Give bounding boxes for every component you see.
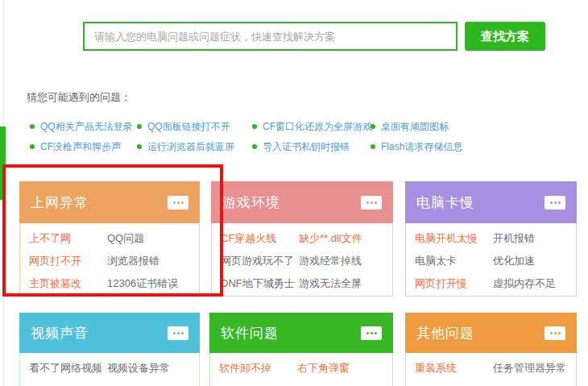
category-header[interactable]: 视频声音	[19, 313, 200, 353]
issue-link[interactable]: 软件卸不掉	[219, 361, 297, 376]
more-options-icon[interactable]	[361, 326, 382, 340]
issue-link[interactable]: QQ问题	[107, 231, 144, 246]
issue-link[interactable]: 电脑太卡	[415, 254, 493, 268]
issue-link[interactable]: 虚拟内存不足	[493, 276, 556, 291]
find-solution-button[interactable]: 查找方案	[465, 22, 545, 51]
more-options-icon[interactable]	[168, 196, 188, 210]
more-options-icon[interactable]	[545, 326, 565, 340]
category-card-software: 软件问题 软件卸不掉 右下角弹窗	[209, 313, 393, 386]
help-page: 查找方案 猜您可能遇到的问题： QQ相关产品无法登录 QQ面板链接打不开 CF窗…	[0, 0, 588, 386]
category-header[interactable]: 上网异常	[19, 181, 200, 223]
suggestion-link[interactable]: QQ面板链接打不开	[137, 120, 230, 133]
bullet-icon	[137, 144, 142, 149]
suggestion-link-label[interactable]: Flash请求存储信息	[381, 140, 462, 154]
issue-row: 软件卸不掉 右下角弹窗	[219, 357, 392, 380]
suggestion-link-label[interactable]: QQ面板链接打不开	[147, 120, 230, 134]
issue-row: CF穿越火线 缺少**.dll文件	[221, 227, 392, 250]
issue-row: 网页打开慢 虚拟内存不足	[415, 272, 576, 295]
bullet-icon	[252, 124, 257, 129]
suggestion-link-label[interactable]: CF没枪声和脚步声	[40, 140, 121, 154]
issue-link[interactable]: 浏览器报错	[107, 254, 159, 268]
category-card-other: 其他问题 重装系统 任务管理器异常	[405, 313, 577, 386]
issue-link[interactable]: 电脑开机太慢	[415, 231, 493, 246]
more-options-icon[interactable]	[545, 196, 565, 210]
issue-link[interactable]: 游戏无法全屏	[299, 276, 362, 291]
issue-link[interactable]: 网页游戏玩不了	[221, 254, 299, 268]
issue-link[interactable]: 重装系统	[415, 361, 493, 376]
issue-link[interactable]: 缺少**.dll文件	[299, 231, 362, 246]
suggestion-link-label[interactable]: CF窗口化还原为全屏游戏	[263, 120, 372, 134]
category-body: 上不了网 QQ问题 网页打不开 浏览器报错 主页被篡改 12306证书错误	[19, 223, 200, 297]
category-header[interactable]: 电脑卡慢	[405, 181, 577, 223]
category-title: 游戏环境	[222, 193, 280, 212]
suggestion-link[interactable]: QQ相关产品无法登录	[30, 120, 133, 133]
bullet-icon	[137, 124, 142, 129]
category-body: 重装系统 任务管理器异常	[405, 353, 577, 386]
issue-link[interactable]: 网页打不开	[29, 254, 107, 268]
issue-row: DNF地下城勇士 游戏无法全屏	[221, 272, 392, 295]
issue-row: 主页被篡改 12306证书错误	[29, 272, 199, 295]
suggestion-link[interactable]: 运行浏览器后就蓝屏	[137, 140, 234, 153]
category-title: 其他问题	[416, 324, 474, 342]
issue-row: 看不了网络视频 视频设备异常	[29, 357, 199, 380]
category-body: CF穿越火线 缺少**.dll文件 网页游戏玩不了 游戏经常掉线 DNF地下城勇…	[211, 223, 393, 297]
category-card-slow-pc: 电脑卡慢 电脑开机太慢 开机报错 电脑太卡 优化加速 网页打开慢 虚拟内存不足	[405, 181, 577, 297]
issue-link[interactable]: 视频设备异常	[107, 361, 170, 376]
suggestion-link[interactable]: 导入证书私钥时报错	[252, 140, 350, 153]
suggestion-link-label[interactable]: QQ相关产品无法登录	[40, 120, 133, 134]
suggestion-link-label[interactable]: 运行浏览器后就蓝屏	[147, 140, 234, 154]
bullet-icon	[252, 144, 257, 149]
category-card-network: 上网异常 上不了网 QQ问题 网页打不开 浏览器报错 主页被篡改 12306证书…	[19, 181, 200, 297]
suggestion-link-label[interactable]: 桌面有顽固图标	[381, 120, 449, 134]
issue-link[interactable]: 上不了网	[29, 231, 107, 246]
suggestion-link-label[interactable]: 导入证书私钥时报错	[263, 140, 350, 154]
suggestions-heading: 猜您可能遇到的问题：	[27, 90, 131, 105]
issue-link[interactable]: 主页被篡改	[29, 276, 107, 291]
issue-row: 电脑开机太慢 开机报错	[415, 227, 576, 250]
issue-link[interactable]: 网页打开慢	[415, 276, 493, 291]
category-title: 电脑卡慢	[416, 193, 474, 212]
suggestion-link[interactable]: CF没枪声和脚步声	[30, 140, 121, 153]
issue-link[interactable]: 开机报错	[493, 231, 535, 246]
issue-row: 重装系统 任务管理器异常	[415, 357, 576, 380]
issue-link[interactable]: 任务管理器异常	[493, 361, 566, 376]
category-header[interactable]: 软件问题	[209, 313, 393, 353]
issue-row: 网页游戏玩不了 游戏经常掉线	[221, 250, 392, 272]
bullet-icon	[30, 124, 35, 129]
left-scroll-indicator	[0, 127, 6, 200]
issue-link[interactable]: 游戏经常掉线	[299, 254, 362, 268]
issue-row: 上不了网 QQ问题	[29, 227, 199, 250]
category-card-video-audio: 视频声音 看不了网络视频 视频设备异常	[19, 313, 200, 386]
issue-link[interactable]: 右下角弹窗	[297, 361, 350, 376]
issue-link[interactable]: CF穿越火线	[221, 231, 299, 246]
more-options-icon[interactable]	[361, 196, 382, 210]
search-input[interactable]	[83, 22, 458, 51]
bullet-icon	[371, 124, 375, 129]
category-body: 软件卸不掉 右下角弹窗	[209, 353, 393, 386]
suggestion-link[interactable]: 桌面有顽固图标	[371, 120, 449, 133]
category-header[interactable]: 游戏环境	[211, 181, 393, 223]
category-body: 电脑开机太慢 开机报错 电脑太卡 优化加速 网页打开慢 虚拟内存不足	[405, 223, 577, 297]
bullet-icon	[30, 144, 35, 149]
issue-link[interactable]: 12306证书错误	[107, 276, 178, 291]
category-body: 看不了网络视频 视频设备异常	[19, 353, 200, 386]
category-card-game: 游戏环境 CF穿越火线 缺少**.dll文件 网页游戏玩不了 游戏经常掉线 DN…	[211, 181, 393, 297]
issue-link[interactable]: 优化加速	[493, 254, 535, 268]
category-title: 软件问题	[221, 324, 279, 342]
more-options-icon[interactable]	[168, 326, 188, 340]
issue-link[interactable]: 看不了网络视频	[29, 361, 107, 376]
category-title: 上网异常	[31, 193, 89, 212]
category-header[interactable]: 其他问题	[405, 313, 577, 353]
issue-row: 电脑太卡 优化加速	[415, 250, 576, 272]
issue-row: 网页打不开 浏览器报错	[29, 250, 199, 272]
bullet-icon	[371, 144, 375, 149]
issue-link[interactable]: DNF地下城勇士	[221, 276, 299, 291]
category-title: 视频声音	[31, 324, 89, 342]
suggestion-link[interactable]: Flash请求存储信息	[371, 140, 462, 153]
suggestion-link[interactable]: CF窗口化还原为全屏游戏	[252, 120, 372, 133]
